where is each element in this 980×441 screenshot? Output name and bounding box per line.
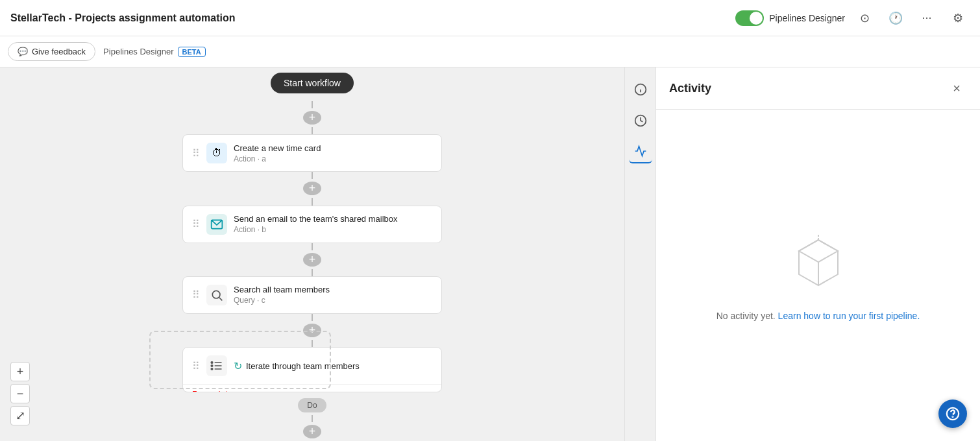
foreach-label: For each * xyxy=(192,390,432,392)
step-send-email: ⠿ Send an email to the team's shared mai… xyxy=(182,206,442,243)
activity-header: Activity × xyxy=(656,67,980,110)
activity-close-button[interactable]: × xyxy=(946,78,967,99)
step-title-2: Send an email to the team's shared mailb… xyxy=(234,214,432,224)
required-star: * xyxy=(223,390,228,392)
info-icon-btn[interactable] xyxy=(629,78,652,101)
zoom-controls: + − ⤢ xyxy=(10,362,30,425)
activity-panel: Activity × No activity yet. Learn xyxy=(655,67,980,441)
step-subtitle-2: Action · b xyxy=(234,225,432,234)
step-info-3: Search all team members Query · c xyxy=(234,285,432,305)
header-actions: Pipelines Designer ⊙ 🕐 ··· ⚙ xyxy=(735,6,970,30)
add-step-btn-1[interactable]: + xyxy=(303,182,321,195)
step-subtitle-3: Query · c xyxy=(234,296,432,305)
feedback-icon: 💬 xyxy=(18,47,28,56)
start-workflow-button[interactable]: Start workflow xyxy=(271,73,354,93)
svg-point-1 xyxy=(212,291,220,298)
workflow-canvas-container: Start workflow + ⠿ ⏱ Create a new time c… xyxy=(0,67,655,441)
step-title-3: Search all team members xyxy=(234,285,432,294)
toolbar: 💬 Give feedback Pipelines Designer BETA xyxy=(0,36,980,67)
connector-7 xyxy=(312,314,313,321)
do-wrapper: Do xyxy=(298,396,326,415)
step-title-1: Create a new time card xyxy=(234,143,432,153)
ghost-selection-box xyxy=(149,331,331,389)
help-button[interactable] xyxy=(938,399,967,428)
svg-marker-16 xyxy=(799,240,838,262)
give-feedback-button[interactable]: 💬 Give feedback xyxy=(8,42,95,61)
connector-2 xyxy=(312,127,313,134)
do-badge: Do xyxy=(298,398,326,412)
step-search-members: ⠿ Search all team members Query · c xyxy=(182,276,442,314)
add-step-btn-4[interactable]: + xyxy=(303,425,321,438)
toggle-label: Pipelines Designer xyxy=(769,13,845,23)
step-subtitle-1: Action · a xyxy=(234,154,432,163)
tab-label: Pipelines Designer xyxy=(103,47,173,56)
connector-9 xyxy=(312,415,313,422)
zoom-fit-button[interactable]: ⤢ xyxy=(10,406,30,425)
no-activity-text: No activity yet. Learn how to run your f… xyxy=(717,311,920,321)
pipelines-designer-toggle[interactable] xyxy=(735,10,764,26)
zoom-out-button[interactable]: − xyxy=(10,384,30,403)
header: StellarTech - Projects assignment automa… xyxy=(0,0,980,36)
add-step-btn-2[interactable]: + xyxy=(303,253,321,267)
chart-icon-btn[interactable] xyxy=(629,140,652,163)
step-info-1: Create a new time card Action · a xyxy=(234,143,432,163)
main-content: Start workflow + ⠿ ⏱ Create a new time c… xyxy=(0,67,980,441)
step-info-2: Send an email to the team's shared mailb… xyxy=(234,214,432,234)
svg-point-20 xyxy=(953,416,953,417)
zoom-in-button[interactable]: + xyxy=(10,362,30,381)
canvas-sidebar xyxy=(624,67,655,441)
more-options-btn[interactable]: ··· xyxy=(915,6,938,30)
history-icon-btn[interactable]: 🕐 xyxy=(884,6,907,30)
empty-state-icon xyxy=(786,230,851,298)
connector-1 xyxy=(312,101,313,108)
connector-6 xyxy=(312,269,313,276)
settings-icon-btn[interactable]: ⚙ xyxy=(946,6,970,30)
add-step-btn-0[interactable]: + xyxy=(303,111,321,125)
connector-5 xyxy=(312,243,313,250)
drag-handle-1[interactable]: ⠿ xyxy=(192,147,200,160)
svg-line-2 xyxy=(219,298,223,301)
drag-handle-2[interactable]: ⠿ xyxy=(192,218,200,230)
toggle-knob xyxy=(750,12,763,25)
step-icon-3 xyxy=(206,285,227,305)
feedback-label: Give feedback xyxy=(32,47,86,56)
step-icon-2 xyxy=(206,214,227,235)
learn-more-link[interactable]: Learn how to run your first pipeline. xyxy=(778,311,920,321)
target-icon-btn[interactable]: ⊙ xyxy=(853,6,876,30)
clock-icon-btn[interactable] xyxy=(629,109,652,132)
beta-badge: BETA xyxy=(178,47,206,57)
pipelines-designer-toggle-container: Pipelines Designer xyxy=(735,10,845,26)
drag-handle-3[interactable]: ⠿ xyxy=(192,289,200,301)
page-title: StellarTech - Projects assignment automa… xyxy=(10,12,235,24)
activity-body: No activity yet. Learn how to run your f… xyxy=(656,110,980,441)
step-create-time-card: ⠿ ⏱ Create a new time card Action · a xyxy=(182,134,442,172)
step-icon-1: ⏱ xyxy=(206,143,227,163)
connector-3 xyxy=(312,172,313,179)
connector-4 xyxy=(312,198,313,205)
activity-title: Activity xyxy=(669,82,711,95)
